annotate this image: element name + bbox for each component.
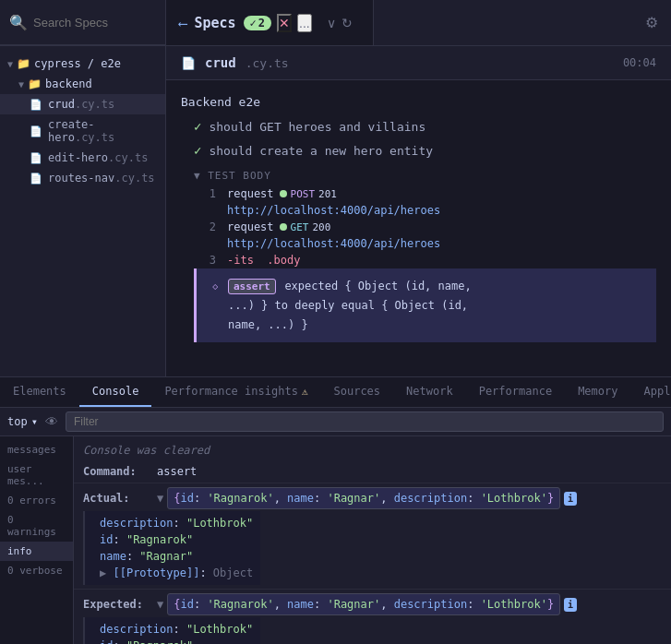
- close-button[interactable]: ✕: [277, 14, 292, 32]
- folder-icon-2: 📁: [28, 78, 42, 90]
- level-select[interactable]: top ▾: [7, 415, 38, 428]
- sidebar-item-verbose[interactable]: 0 verbose: [0, 561, 73, 580]
- code-line-1: 1 request POST 201: [194, 185, 656, 202]
- post-label: POST: [291, 188, 316, 200]
- code-line-3: 3 -its .body: [194, 252, 656, 268]
- ts-file-icon: 📄: [30, 99, 42, 111]
- test-item-1-label: should GET heroes and villains: [209, 120, 425, 134]
- tab-console[interactable]: Console: [79, 377, 152, 407]
- actual-label: Actual:: [83, 490, 157, 507]
- folder-backend-label: backend: [45, 78, 92, 90]
- tab-performance[interactable]: Performance: [466, 377, 565, 407]
- test-item-1[interactable]: ✓ should GET heroes and villains: [166, 114, 671, 138]
- left-panel-header: 🔍 +: [0, 0, 166, 45]
- top-bar: 🔍 + ⟵ Specs ✓ 2 ✕ ... ∨ ↻ ⚙: [0, 0, 671, 46]
- line-num-3: 3: [194, 254, 216, 267]
- test-time: 00:04: [623, 56, 656, 69]
- specs-tab-badges: ✓ 2 ✕ ...: [244, 14, 312, 32]
- console-cleared: Console was cleared: [74, 440, 671, 460]
- search-icon: 🔍: [9, 14, 28, 31]
- eye-button[interactable]: 👁: [45, 414, 58, 429]
- method-label-1: request: [227, 187, 274, 200]
- test-body-section: ▼ TEST BODY 1 request POST 201 http://lo…: [166, 162, 671, 346]
- warn-icon: ⚠: [302, 386, 308, 398]
- method-label-2: request: [227, 221, 274, 233]
- devtools-panel: Elements Console Performance insights ⚠ …: [0, 376, 671, 644]
- file-edit-hero[interactable]: 📄 edit-hero.cy.ts: [0, 148, 165, 168]
- dropdown-button[interactable]: ∨: [327, 16, 336, 30]
- status-code-2: 200: [312, 221, 330, 233]
- folder-icon: 📁: [17, 57, 30, 70]
- sidebar-item-warnings[interactable]: 0 warnings: [0, 510, 73, 542]
- console-row-actual: Actual: ▼ {id: 'Ragnarok', name: 'Ragnar…: [74, 483, 671, 590]
- file-routes-nav-name: routes-nav.cy.ts: [48, 172, 155, 185]
- right-top: ⚙: [632, 0, 671, 45]
- specs-tab-label: Specs: [194, 15, 235, 31]
- sidebar-item-info[interactable]: info: [0, 542, 73, 561]
- test-item-2[interactable]: ✓ should create a new hero entity: [166, 138, 671, 162]
- test-body: Backend e2e ✓ should GET heroes and vill…: [166, 80, 671, 376]
- chevron-down-icon-2: ▼: [18, 79, 24, 89]
- expected-label: Expected:: [83, 596, 157, 613]
- level-label: top: [7, 415, 28, 428]
- ts-file-icon-2: 📄: [30, 125, 42, 137]
- sidebar-item-user-messages[interactable]: user mes...: [0, 459, 73, 491]
- pass-icon-2: ✓: [194, 143, 201, 158]
- tab-elements[interactable]: Elements: [0, 377, 79, 407]
- specs-tab[interactable]: ⟵ Specs ✓ 2 ✕ ... ∨ ↻: [166, 0, 374, 45]
- pass-badge: ✓ 2: [244, 16, 271, 30]
- file-create-hero-name: create-hero.cy.ts: [48, 118, 158, 144]
- file-crud[interactable]: 📄 crud.cy.ts: [0, 94, 165, 114]
- code-url-1: http://localhost:4000/api/heroes: [194, 202, 656, 219]
- console-row-expected: Expected: ▼ {id: 'Ragnarok', name: 'Ragn…: [74, 590, 671, 644]
- tab-network[interactable]: Network: [393, 377, 466, 407]
- expected-obj-block: description: "Lothbrok" id: "Ragnarok" n…: [83, 617, 260, 644]
- expected-expand-btn[interactable]: ▼: [157, 596, 163, 613]
- status-code-1: 201: [318, 188, 337, 200]
- ts-file-icon-4: 📄: [30, 173, 42, 185]
- code-url-2: http://localhost:4000/api/heroes: [194, 235, 656, 252]
- method-badge-1: POST 201: [280, 187, 337, 200]
- circle-icon-1: [280, 190, 287, 197]
- file-create-hero[interactable]: 📄 create-hero.cy.ts: [0, 114, 165, 148]
- folder-backend[interactable]: ▼ 📁 backend: [0, 74, 165, 94]
- test-file-icon: 📄: [181, 56, 196, 70]
- method-badge-2: GET 200: [280, 221, 331, 233]
- filter-input[interactable]: [66, 411, 664, 432]
- more-options-button[interactable]: ...: [297, 14, 312, 32]
- console-row-command: Command: assert: [74, 460, 671, 483]
- console-sidebar: messages user mes... 0 errors 0 warnings…: [0, 436, 74, 644]
- tab-application[interactable]: Application: [631, 377, 672, 407]
- expected-inline-obj: {id: 'Ragnarok', name: 'Ragnar', descrip…: [167, 593, 560, 615]
- command-value: assert: [157, 463, 662, 480]
- tab-sources[interactable]: Sources: [321, 377, 394, 407]
- tab-memory[interactable]: Memory: [565, 377, 630, 407]
- console-toolbar: top ▾ 👁: [0, 408, 671, 436]
- actual-expand-btn[interactable]: ▼: [157, 490, 163, 507]
- check-icon: ✓: [250, 17, 257, 30]
- file-routes-nav[interactable]: 📄 routes-nav.cy.ts: [0, 168, 165, 188]
- assert-line: ⬦ assert expected { Object (id, name, ..…: [194, 268, 656, 342]
- refresh-button[interactable]: ↻: [341, 16, 353, 30]
- console-main: Console was cleared Command: assert Actu…: [74, 436, 671, 644]
- center-panel: 📄 crud .cy.ts 00:04 Backend e2e ✓ should…: [166, 46, 671, 376]
- pass-icon-1: ✓: [194, 119, 201, 134]
- folder-cypress-label: cypress / e2e: [34, 57, 121, 70]
- actual-obj-block: description: "Lothbrok" id: "Ragnarok" n…: [83, 511, 260, 585]
- line-num-1: 1: [194, 187, 216, 200]
- gear-button[interactable]: ⚙: [645, 14, 658, 31]
- folder-cypress-e2e[interactable]: ▼ 📁 cypress / e2e: [0, 54, 165, 74]
- test-file-ext: .cy.ts: [246, 56, 289, 70]
- devtools-tabs: Elements Console Performance insights ⚠ …: [0, 377, 671, 408]
- search-bar: 🔍 +: [0, 0, 165, 45]
- console-body: messages user mes... 0 errors 0 warnings…: [0, 436, 671, 644]
- tab-performance-insights[interactable]: Performance insights ⚠: [151, 377, 320, 407]
- specs-tab-icon: ⟵: [179, 16, 186, 30]
- search-input[interactable]: [33, 16, 188, 30]
- chevron-level-icon: ▾: [31, 415, 38, 428]
- info-badge-expected: i: [564, 598, 577, 612]
- file-edit-hero-name: edit-hero.cy.ts: [48, 151, 148, 164]
- sidebar-item-messages[interactable]: messages: [0, 440, 73, 459]
- test-body-label: ▼ TEST BODY: [194, 166, 656, 185]
- sidebar-item-errors[interactable]: 0 errors: [0, 491, 73, 510]
